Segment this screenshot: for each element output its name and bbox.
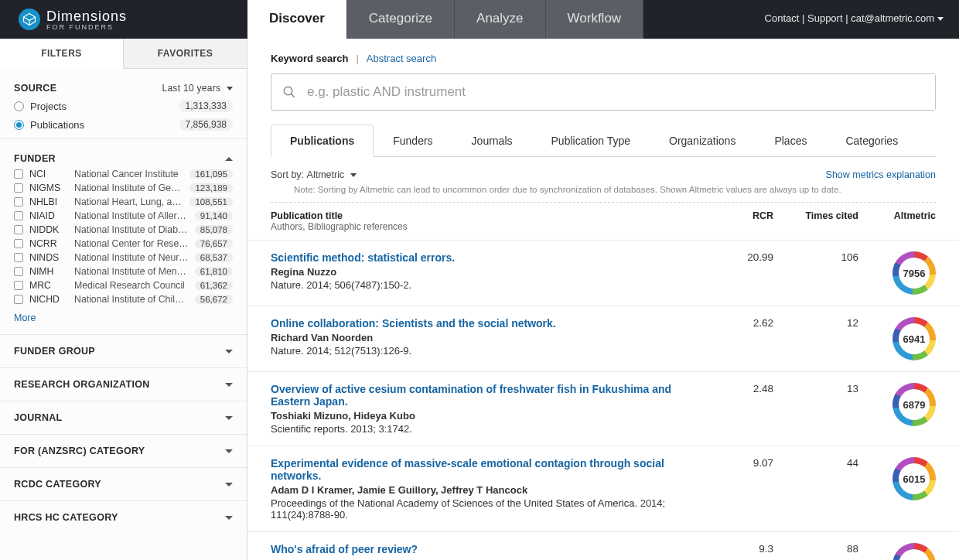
altmetric-badge[interactable]: 5118 — [892, 543, 936, 560]
sort-note: Note: Sorting by Altmetric can lead to u… — [271, 185, 936, 203]
sidebar-tab-favorites[interactable]: FAVORITES — [124, 39, 247, 69]
checkbox-icon — [14, 253, 23, 262]
search-box — [271, 73, 936, 111]
chevron-down-icon — [225, 416, 233, 420]
funder-more-link[interactable]: More — [14, 306, 36, 330]
source-head[interactable]: SOURCE Last 10 years — [14, 80, 233, 97]
source-projects[interactable]: Projects 1,313,333 — [14, 97, 233, 115]
funder-row[interactable]: NIGMS National Institute of General ... … — [14, 181, 233, 195]
tab-categories[interactable]: Categories — [826, 125, 917, 156]
sidebar: FILTERS FAVORITES SOURCE Last 10 years P… — [0, 39, 247, 560]
result-title[interactable]: Scientific method: statistical errors. — [271, 251, 712, 264]
checkbox-icon — [14, 169, 23, 179]
filter-section[interactable]: HRCS HC CATEGORY — [0, 500, 247, 534]
tab-categorize[interactable]: Categorize — [347, 0, 455, 39]
altmetric-badge[interactable]: 6941 — [892, 317, 936, 360]
result-title[interactable]: Who's afraid of peer review? — [271, 543, 712, 555]
checkbox-icon — [14, 267, 23, 276]
result-reference: Nature. 2014; 512(7513):126-9. — [271, 345, 712, 357]
funder-count: 76,657 — [195, 239, 233, 248]
result-authors: Regina Nuzzo — [271, 266, 712, 278]
result-reference: Nature. 2014; 506(7487):150-2. — [271, 279, 712, 291]
source-range[interactable]: Last 10 years — [162, 83, 233, 94]
result-altmetric: 5118 — [858, 543, 936, 560]
result-row: Experimental evidence of massive-scale e… — [247, 446, 959, 531]
filter-section[interactable]: RESEARCH ORGANIZATION — [0, 367, 247, 401]
main: Keyword search | Abstract search Publica… — [247, 39, 959, 560]
filter-section[interactable]: RCDC CATEGORY — [0, 467, 247, 500]
divider: | — [356, 53, 358, 64]
filter-section[interactable]: FOR (ANZSRC) CATEGORY — [0, 434, 247, 467]
funder-row[interactable]: NICHD National Institute of Child He... … — [14, 292, 233, 306]
funder-abbr: NIAID — [29, 210, 68, 221]
funder-abbr: NHLBI — [29, 196, 68, 207]
result-times-cited: 106 — [773, 251, 858, 295]
search-input[interactable] — [307, 74, 935, 110]
funder-count: 108,551 — [189, 197, 233, 207]
section-label: RCDC CATEGORY — [14, 479, 101, 490]
search-mode-row: Keyword search | Abstract search — [247, 39, 959, 73]
tab-workflow[interactable]: Workflow — [546, 0, 644, 39]
source-label: SOURCE — [14, 83, 56, 94]
tab-publication-type[interactable]: Publication Type — [532, 125, 650, 156]
funder-row[interactable]: NCRR National Center for Research... 76,… — [14, 237, 233, 251]
funder-row[interactable]: NCI National Cancer Institute 161,095 — [14, 167, 233, 181]
result-rcr: 9.07 — [712, 457, 773, 521]
funder-row[interactable]: MRC Medical Research Council 61,362 — [14, 278, 233, 292]
funder-count: 61,362 — [195, 281, 233, 290]
result-reference: Scientific reports. 2013; 3:1742. — [271, 423, 712, 435]
contact-link[interactable]: Contact — [765, 12, 800, 24]
user-menu[interactable]: cat@altmetric.com — [851, 12, 944, 24]
checkbox-icon — [14, 239, 23, 248]
result-title[interactable]: Experimental evidence of massive-scale e… — [271, 457, 712, 482]
table-head: Publication title Authors, Bibliographic… — [247, 203, 959, 240]
tab-organizations[interactable]: Organizations — [650, 125, 755, 156]
checkbox-icon — [14, 197, 23, 207]
funder-abbr: NINDS — [29, 252, 68, 263]
result-authors: Toshiaki Mizuno, Hideya Kubo — [271, 410, 712, 422]
altmetric-badge[interactable]: 7956 — [892, 251, 936, 295]
sort-select[interactable]: Altmetric — [307, 169, 357, 180]
tab-funders[interactable]: Funders — [374, 125, 452, 156]
funder-abbr: NCRR — [29, 238, 68, 249]
funder-full: National Institute of Diabete... — [74, 224, 189, 235]
checkbox-icon — [14, 225, 23, 234]
tab-places[interactable]: Places — [755, 125, 826, 156]
tab-publications[interactable]: Publications — [271, 125, 374, 157]
brand-name: Dimensions — [46, 9, 127, 25]
altmetric-badge[interactable]: 6879 — [892, 383, 936, 426]
funder-row[interactable]: NIAID National Institute of Allergy a...… — [14, 209, 233, 223]
funder-head[interactable]: FUNDER — [14, 150, 233, 167]
funder-row[interactable]: NINDS National Institute of Neurolo... 6… — [14, 251, 233, 265]
source-section: SOURCE Last 10 years Projects 1,313,333 … — [0, 69, 247, 138]
funder-row[interactable]: NIDDK National Institute of Diabete... 8… — [14, 223, 233, 237]
funder-row[interactable]: NIMH National Institute of Mental ... 61… — [14, 265, 233, 278]
result-title[interactable]: Overview of active cesium contamination … — [271, 383, 712, 408]
result-title[interactable]: Online collaboration: Scientists and the… — [271, 317, 712, 330]
filter-section[interactable]: FUNDER GROUP — [0, 334, 247, 367]
tab-analyze[interactable]: Analyze — [455, 0, 545, 39]
funder-abbr: NIGMS — [29, 183, 68, 193]
svg-point-2 — [284, 87, 292, 95]
chevron-up-icon — [225, 157, 233, 161]
filter-section[interactable]: JOURNAL — [0, 401, 247, 434]
sidebar-tab-filters[interactable]: FILTERS — [0, 39, 124, 69]
altmetric-badge[interactable]: 6015 — [892, 457, 936, 500]
checkbox-icon — [14, 211, 23, 220]
funder-full: National Center for Research... — [74, 238, 189, 249]
result-authors: Adam D I Kramer, Jamie E Guillory, Jeffr… — [271, 484, 712, 496]
result-row: Online collaboration: Scientists and the… — [247, 306, 959, 371]
funder-count: 68,537 — [195, 253, 233, 262]
section-label: HRCS HC CATEGORY — [14, 512, 118, 523]
search-icon — [271, 85, 307, 99]
funder-full: National Institute of General ... — [74, 183, 183, 193]
funder-row[interactable]: NHLBI National Heart, Lung, and Blo... 1… — [14, 195, 233, 209]
tab-discover[interactable]: Discover — [247, 0, 347, 39]
funder-count: 91,140 — [195, 211, 233, 220]
support-link[interactable]: Support — [807, 12, 843, 24]
funder-count: 56,672 — [195, 295, 233, 304]
abstract-search-link[interactable]: Abstract search — [367, 53, 436, 64]
metrics-explanation-link[interactable]: Show metrics explanation — [826, 169, 936, 180]
tab-journals[interactable]: Journals — [452, 125, 532, 156]
source-publications[interactable]: Publications 7,856,938 — [14, 115, 233, 134]
